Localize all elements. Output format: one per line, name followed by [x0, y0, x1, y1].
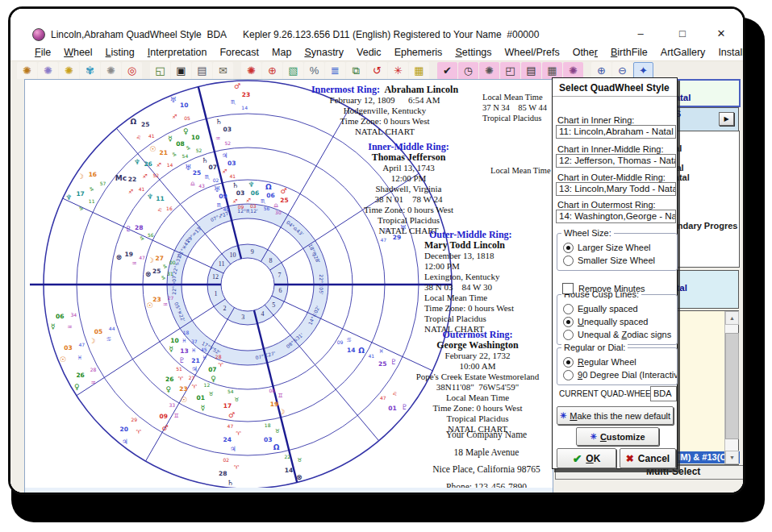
print-icon[interactable]: ▤	[192, 62, 212, 80]
wheel-red-icon[interactable]: ✺	[241, 62, 261, 80]
svg-text:♂: ♂	[280, 187, 286, 195]
check-icon[interactable]: ✔	[437, 62, 457, 80]
radio-regular-wheel[interactable]: Regular Wheel	[563, 355, 677, 368]
scrollbar[interactable]: ▲ ▼	[724, 311, 738, 464]
photo-icon[interactable]: ▧	[283, 62, 303, 80]
list-icon[interactable]: ≣	[325, 62, 345, 80]
radio-smaller-size-wheel[interactable]: Smaller Size Wheel	[563, 254, 677, 267]
wheel-flag-icon[interactable]: ✾	[80, 62, 100, 80]
menu-map[interactable]: Map	[265, 45, 298, 60]
ring-chart-combo-4[interactable]: 14: Washington,George - Natal	[556, 210, 676, 223]
wheel-pink-icon[interactable]: ✺	[479, 62, 499, 80]
radio-equally-spaced[interactable]: Equally spaced	[563, 302, 677, 315]
menu-settings[interactable]: Settings	[449, 45, 498, 60]
burst-icon[interactable]: ✳	[388, 62, 408, 80]
scrollbar-thumb[interactable]	[725, 333, 739, 439]
wheel-spin-icon[interactable]: ✺	[101, 62, 121, 80]
svg-text:28: 28	[135, 224, 143, 231]
report-icon[interactable]: ▤	[521, 62, 541, 80]
svg-text:41: 41	[148, 133, 155, 139]
crosshair-icon[interactable]: ⊕	[262, 62, 282, 80]
ring-chart-combo-3[interactable]: 13: Lincoln,Mary Todd - Natal	[556, 182, 676, 196]
menu-interpretation[interactable]: Interpretation	[141, 45, 214, 60]
ring-info-line: Tropical Placidus	[386, 414, 570, 424]
svg-text:♐: ♐	[232, 198, 237, 205]
svg-text:07: 07	[208, 366, 216, 373]
svg-text:☽: ☽	[278, 408, 285, 416]
ring-chart-combo-1[interactable]: 11: Lincoln,Abraham - Natal	[556, 125, 676, 139]
grid-icon[interactable]: ▦	[409, 62, 429, 80]
current-quadwheel-input[interactable]: BDA	[650, 386, 677, 401]
menu-bar: FileWheelListingInterpretationForecastMa…	[10, 44, 743, 60]
menu-birthfile[interactable]: BirthFile	[604, 45, 654, 60]
svg-text:26: 26	[144, 160, 152, 168]
menu-ephemeris[interactable]: Ephemeris	[388, 45, 449, 60]
inner-middle-ring-info: Inner-Middle Ring:Thomas JeffersonApril …	[322, 141, 495, 236]
make-default-button[interactable]: ✳ Make this the new default	[557, 406, 674, 425]
cancel-button[interactable]: ✖ Cancel	[620, 448, 676, 468]
ring-heading: Innermost Ring: Abraham Lincoln	[288, 84, 482, 95]
radio-unequally-spaced[interactable]: Unequally spaced	[563, 315, 677, 328]
ring-chart-combo-2[interactable]: 12: Jefferson, Thomas - Natal	[556, 154, 676, 168]
svg-text:☽: ☽	[148, 256, 154, 264]
doc-search-icon[interactable]: ◰	[500, 62, 520, 80]
menu-wheelprefs[interactable]: Wheel/Prefs	[499, 45, 566, 60]
copy-icon[interactable]: ⧉	[346, 62, 366, 80]
svg-text:♃: ♃	[122, 438, 128, 446]
menu-wheel[interactable]: Wheel	[57, 45, 98, 60]
title-bar: Lincoln,Abraham QuadWheel Style BDA Kepl…	[10, 9, 743, 44]
footer-line: Nice Place, California 98765	[401, 461, 572, 479]
svg-text:06: 06	[266, 192, 274, 199]
menu-vedic[interactable]: Vedic	[350, 45, 388, 60]
expand-list-button[interactable]: ▶	[719, 112, 734, 126]
svg-text:10: 10	[170, 337, 178, 344]
maximize-button[interactable]: □	[669, 25, 696, 41]
svg-text:♏: ♏	[217, 202, 223, 209]
svg-text:5: 5	[272, 301, 275, 309]
radio-unequal-zodiac-signs[interactable]: Unequal & Zodiac signs	[563, 328, 677, 341]
minimize-button[interactable]: –	[627, 25, 654, 41]
radio-larger-size-wheel[interactable]: Larger Size Wheel	[563, 241, 677, 254]
remove-minutes-checkbox[interactable]: Remove Minutes	[562, 283, 645, 294]
svg-text:⊗: ⊗	[145, 270, 152, 278]
menu-other[interactable]: Other	[566, 45, 604, 60]
close-button[interactable]: ✕	[707, 25, 735, 41]
svg-text:♄: ♄	[232, 181, 239, 189]
undo-icon[interactable]: ↺	[367, 62, 387, 80]
window-subtitle: Kepler 9.26.123.656 D11 (English) Regist…	[243, 29, 539, 40]
menu-artgallery[interactable]: ArtGallery	[654, 45, 712, 60]
svg-text:56: 56	[148, 232, 154, 238]
wheel-edit-icon[interactable]: ✺	[38, 62, 58, 80]
menu-synastry[interactable]: Synastry	[298, 45, 350, 60]
menu-forecast[interactable]: Forecast	[213, 45, 265, 60]
svg-text:23: 23	[152, 296, 161, 303]
scroll-down-icon[interactable]: ▼	[725, 451, 739, 464]
chart-doc-icon[interactable]: ◱	[150, 62, 170, 80]
menu-install[interactable]: Install	[711, 45, 743, 60]
ring-label: Outer-Middle Ring:	[429, 229, 512, 240]
ring-info-line: April 13, 1743	[322, 163, 495, 173]
customize-button[interactable]: ✳ Customize	[576, 427, 659, 446]
scroll-up-icon[interactable]: ▲	[725, 311, 739, 325]
percent-icon[interactable]: %	[304, 62, 324, 80]
wheel-open-icon[interactable]: ✺	[59, 62, 79, 80]
mail-icon[interactable]: ✉	[213, 62, 233, 80]
radio-90-degree-dial-interactive-[interactable]: 90 Degree Dial (Interactive)	[563, 368, 677, 381]
radio-icon	[563, 256, 574, 266]
ok-button[interactable]: ✔ OK	[557, 448, 616, 468]
svg-text:♎: ♎	[273, 202, 278, 209]
menu-listing[interactable]: Listing	[99, 45, 141, 60]
footer-line: Your Company Name	[401, 426, 572, 444]
svg-text:1: 1	[215, 290, 218, 297]
clock-icon[interactable]: ◷	[458, 62, 478, 80]
wheel-add-icon[interactable]: ✺	[17, 62, 37, 80]
menu-file[interactable]: File	[28, 45, 57, 60]
target-icon[interactable]: ◎	[122, 62, 142, 80]
svg-text:14: 14	[241, 105, 248, 110]
svg-text:03: 03	[64, 344, 72, 351]
chart-canvas: 12345678910111207°♐27'12°♏12'29°♒13'01°♓…	[24, 79, 553, 493]
svg-text:♀: ♀	[183, 127, 189, 135]
svg-text:56: 56	[264, 206, 270, 211]
svg-text:16: 16	[89, 171, 97, 178]
save-icon[interactable]: ▣	[171, 62, 191, 80]
